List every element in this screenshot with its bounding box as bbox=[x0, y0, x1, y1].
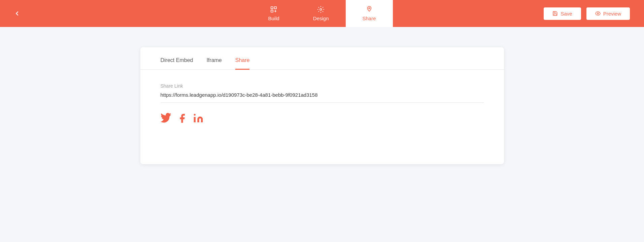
save-label: Save bbox=[561, 11, 572, 17]
nav-actions: Save Preview bbox=[543, 7, 631, 21]
nav-tabs: Build Design Share bbox=[251, 0, 393, 27]
card-tab-share[interactable]: Share bbox=[235, 57, 250, 70]
card-tabs: Direct Embed Iframe Share bbox=[140, 47, 504, 70]
back-button[interactable] bbox=[13, 10, 21, 17]
card-tab-iframe[interactable]: Iframe bbox=[206, 57, 222, 70]
save-button[interactable]: Save bbox=[543, 7, 581, 21]
card-body: Share Link https://forms.leadgenapp.io/d… bbox=[140, 70, 504, 137]
share-link-label: Share Link bbox=[161, 83, 484, 89]
build-icon bbox=[270, 6, 277, 14]
share-link-url: https://forms.leadgenapp.io/d190973c-be2… bbox=[161, 92, 484, 103]
svg-rect-1 bbox=[274, 7, 276, 9]
share-card: Direct Embed Iframe Share Share Link htt… bbox=[140, 47, 504, 164]
share-icon bbox=[366, 6, 373, 14]
preview-label: Preview bbox=[603, 11, 621, 17]
linkedin-icon bbox=[193, 113, 204, 124]
social-icons bbox=[161, 113, 484, 124]
facebook-share-button[interactable] bbox=[177, 113, 188, 124]
svg-point-5 bbox=[597, 13, 599, 14]
design-icon bbox=[317, 6, 325, 14]
linkedin-share-button[interactable] bbox=[193, 113, 204, 124]
facebook-icon bbox=[177, 113, 188, 124]
tab-design[interactable]: Design bbox=[296, 0, 346, 27]
svg-point-3 bbox=[320, 8, 322, 10]
tab-design-label: Design bbox=[313, 16, 329, 21]
preview-icon bbox=[595, 11, 601, 16]
twitter-icon bbox=[161, 113, 171, 124]
save-icon bbox=[552, 11, 558, 16]
tab-build[interactable]: Build bbox=[251, 0, 296, 27]
tab-build-label: Build bbox=[268, 16, 279, 21]
main-content: Direct Embed Iframe Share Share Link htt… bbox=[0, 27, 644, 184]
preview-button[interactable]: Preview bbox=[586, 7, 631, 21]
navbar: Build Design Share bbox=[0, 0, 644, 27]
svg-point-4 bbox=[369, 8, 370, 9]
tab-share[interactable]: Share bbox=[346, 0, 393, 27]
svg-point-6 bbox=[194, 114, 195, 116]
twitter-share-button[interactable] bbox=[161, 113, 171, 124]
tab-share-label: Share bbox=[363, 16, 376, 21]
svg-rect-2 bbox=[271, 10, 273, 12]
svg-rect-0 bbox=[271, 7, 273, 9]
card-tab-direct-embed[interactable]: Direct Embed bbox=[161, 57, 193, 70]
